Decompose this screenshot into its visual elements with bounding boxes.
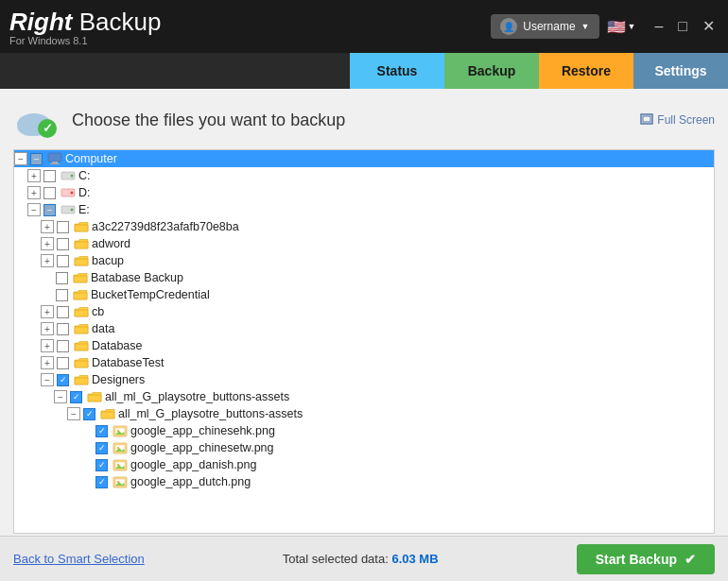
expander-icon[interactable]: + [41, 254, 54, 267]
user-label: Username [523, 20, 575, 33]
selected-info: Total selected data: 6.03 MB [283, 552, 439, 566]
tree-checkbox[interactable]: ✓ [95, 442, 108, 454]
tab-restore[interactable]: Restore [539, 53, 633, 89]
tree-node-c[interactable]: +C: [14, 167, 714, 184]
selected-label: Total selected data: [283, 552, 389, 566]
tree-node-label: cb [92, 305, 104, 318]
content-title: Choose the files you want to backup [72, 111, 345, 130]
tree-checkbox[interactable]: ✓ [95, 476, 108, 488]
expander-icon[interactable]: + [41, 220, 54, 233]
svg-rect-6 [643, 116, 650, 122]
tree-node-databasetest[interactable]: +DatabaseTest [14, 354, 714, 371]
tree-node-label: all_ml_G_playsotre_buttons-assets [118, 407, 303, 420]
tree-node-dutch[interactable]: ✓google_app_dutch.png [14, 473, 714, 490]
tree-node-adword[interactable]: +adword [14, 235, 714, 252]
main-content: ✓ Choose the files you want to backup Fu… [0, 89, 728, 536]
expander-icon[interactable]: + [41, 339, 54, 352]
tree-checkbox[interactable] [57, 340, 69, 352]
tree-checkbox[interactable] [56, 272, 68, 284]
expander-icon[interactable]: + [41, 237, 54, 250]
svg-rect-18 [75, 259, 88, 265]
language-button[interactable]: 🇺🇸 ▼ [607, 18, 636, 36]
user-dropdown-icon: ▼ [581, 22, 590, 31]
tree-node-all_ml[interactable]: −✓all_ml_G_playsotre_buttons-assets [14, 388, 714, 405]
tree-node-a3c[interactable]: +a3c22739d8f23afafb70e8ba [14, 218, 714, 235]
tree-checkbox[interactable]: ✓ [57, 374, 69, 386]
tree-checkbox[interactable] [57, 306, 69, 318]
tree-node-danish[interactable]: ✓google_app_danish.png [14, 456, 714, 473]
tree-node-label: bacup [92, 254, 124, 267]
tree-node-batabase[interactable]: Batabase Backup [14, 269, 714, 286]
expander-icon[interactable]: − [67, 407, 80, 420]
expander-icon[interactable]: − [14, 152, 27, 165]
tree-checkbox[interactable]: ✓ [95, 425, 108, 437]
tab-backup[interactable]: Backup [444, 53, 539, 89]
svg-rect-26 [88, 395, 101, 402]
maximize-button[interactable]: □ [674, 17, 691, 36]
svg-rect-7 [48, 153, 61, 162]
tree-checkbox[interactable]: ✓ [83, 408, 95, 420]
tree-checkbox[interactable]: – [30, 153, 43, 165]
file-tree[interactable]: −–Computer+C:+D:−–E:+a3c22739d8f23afafb7… [13, 149, 715, 534]
expander-icon[interactable]: − [41, 373, 54, 386]
tree-node-label: DatabaseTest [92, 356, 164, 369]
app-name: Right Backup [9, 8, 161, 37]
tree-checkbox[interactable] [43, 170, 56, 182]
svg-text:✓: ✓ [43, 121, 53, 135]
tree-node-designers[interactable]: −✓Designers [14, 371, 714, 388]
tree-checkbox[interactable]: ✓ [95, 459, 108, 471]
tree-node-data[interactable]: +data [14, 320, 714, 337]
tree-checkbox[interactable] [57, 255, 69, 267]
app-subtitle: For Windows 8.1 [9, 35, 161, 46]
tree-checkbox[interactable] [43, 187, 56, 199]
tree-checkbox[interactable]: – [43, 204, 56, 216]
tab-settings[interactable]: Settings [633, 53, 728, 89]
tree-node-bacup[interactable]: +bacup [14, 252, 714, 269]
tree-node-label: adword [92, 237, 130, 250]
start-backup-button[interactable]: Start Backup ✔ [577, 544, 715, 574]
tab-status[interactable]: Status [350, 53, 444, 89]
tree-checkbox[interactable] [56, 289, 68, 301]
svg-rect-21 [75, 310, 88, 316]
tree-node-label: D: [78, 186, 91, 199]
expander-icon[interactable]: + [27, 186, 41, 199]
minimize-button[interactable]: – [650, 17, 667, 36]
expander-icon[interactable]: + [41, 356, 54, 369]
tree-node-label: E: [78, 203, 90, 216]
tree-node-chinese_tw[interactable]: ✓google_app_chinesetw.png [14, 439, 714, 456]
svg-rect-9 [50, 163, 60, 164]
start-backup-label: Start Backup [596, 552, 677, 567]
expander-icon[interactable]: + [27, 169, 41, 182]
tree-node-computer[interactable]: −–Computer [14, 150, 714, 167]
svg-point-15 [71, 209, 74, 212]
tree-checkbox[interactable] [57, 221, 69, 233]
nav-bar: Status Backup Restore Settings [0, 53, 728, 89]
expander-icon[interactable]: + [41, 322, 54, 335]
tree-node-chinese_hk[interactable]: ✓google_app_chinesehk.png [14, 422, 714, 439]
close-button[interactable]: ✕ [699, 17, 719, 36]
tree-node-d[interactable]: +D: [14, 184, 714, 201]
tree-node-bucket[interactable]: BucketTempCredential [14, 286, 714, 303]
tree-checkbox[interactable] [57, 357, 69, 369]
fullscreen-button[interactable]: Full Screen [640, 113, 715, 127]
bottom-bar: Back to Smart Selection Total selected d… [0, 536, 728, 581]
tree-checkbox[interactable] [57, 323, 69, 335]
tree-node-label: a3c22739d8f23afafb70e8ba [92, 220, 239, 233]
user-button[interactable]: 👤 Username ▼ [491, 14, 598, 39]
svg-rect-16 [75, 225, 88, 231]
tree-node-all_ml2[interactable]: −✓all_ml_G_playsotre_buttons-assets [14, 405, 714, 422]
tree-node-label: Batabase Backup [91, 271, 183, 284]
expander-icon[interactable]: + [41, 305, 54, 318]
tree-node-database[interactable]: +Database [14, 337, 714, 354]
expander-icon[interactable]: − [27, 203, 41, 216]
app-name-backup: Backup [72, 8, 161, 36]
tree-checkbox[interactable]: ✓ [70, 391, 82, 403]
svg-rect-17 [75, 242, 88, 248]
tree-node-e[interactable]: −–E: [14, 201, 714, 218]
tree-node-cb[interactable]: +cb [14, 303, 714, 320]
app-name-right: Right [9, 8, 72, 36]
tree-checkbox[interactable] [57, 238, 69, 250]
back-to-smart-selection-button[interactable]: Back to Smart Selection [13, 552, 145, 566]
expander-icon[interactable]: − [54, 390, 67, 403]
flag-dropdown-icon: ▼ [628, 22, 636, 31]
